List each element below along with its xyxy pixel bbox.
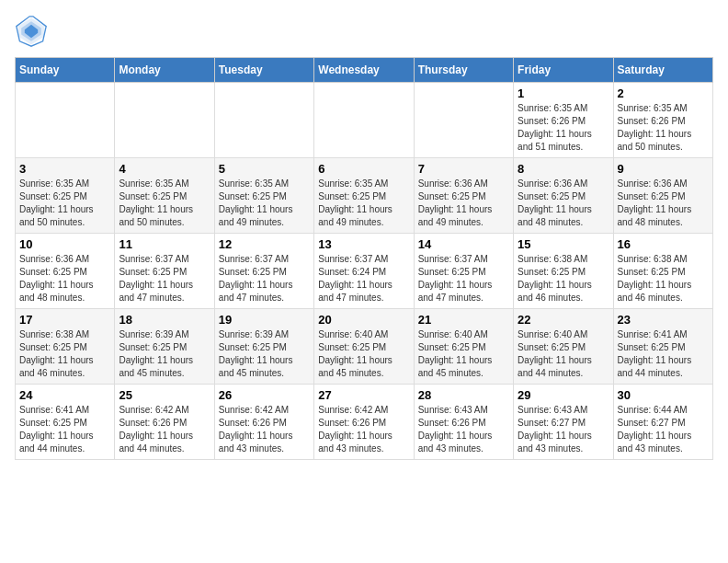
calendar-cell: 20Sunrise: 6:40 AMSunset: 6:25 PMDayligh… (314, 309, 414, 385)
day-info: Sunrise: 6:35 AMSunset: 6:25 PMDaylight:… (19, 178, 110, 229)
day-info: Sunrise: 6:41 AMSunset: 6:25 PMDaylight:… (618, 328, 709, 380)
day-info: Sunrise: 6:38 AMSunset: 6:25 PMDaylight:… (618, 253, 709, 304)
day-number: 18 (119, 313, 210, 327)
day-number: 24 (19, 388, 110, 402)
logo-icon (15, 15, 48, 48)
calendar-cell: 30Sunrise: 6:44 AMSunset: 6:27 PMDayligh… (613, 385, 712, 460)
calendar-cell: 26Sunrise: 6:42 AMSunset: 6:26 PMDayligh… (214, 385, 313, 460)
day-info: Sunrise: 6:35 AMSunset: 6:25 PMDaylight:… (119, 178, 210, 229)
day-number: 27 (318, 388, 409, 402)
day-number: 3 (19, 162, 110, 176)
calendar-cell: 17Sunrise: 6:38 AMSunset: 6:25 PMDayligh… (16, 309, 115, 385)
day-number: 20 (318, 313, 409, 327)
calendar-cell: 29Sunrise: 6:43 AMSunset: 6:27 PMDayligh… (514, 385, 613, 460)
logo (15, 15, 53, 48)
day-number: 28 (418, 388, 509, 402)
day-info: Sunrise: 6:37 AMSunset: 6:25 PMDaylight:… (119, 253, 210, 304)
day-info: Sunrise: 6:40 AMSunset: 6:25 PMDaylight:… (318, 328, 409, 380)
calendar-cell: 1Sunrise: 6:35 AMSunset: 6:26 PMDaylight… (514, 83, 613, 158)
day-info: Sunrise: 6:36 AMSunset: 6:25 PMDaylight:… (618, 178, 709, 229)
calendar-cell (115, 83, 214, 158)
calendar-cell: 10Sunrise: 6:36 AMSunset: 6:25 PMDayligh… (16, 234, 115, 309)
day-number: 15 (518, 237, 609, 251)
header-saturday: Saturday (613, 58, 712, 83)
calendar-header-row: SundayMondayTuesdayWednesdayThursdayFrid… (16, 58, 713, 83)
day-info: Sunrise: 6:37 AMSunset: 6:25 PMDaylight:… (219, 253, 310, 304)
header-monday: Monday (115, 58, 214, 83)
calendar-week-row: 17Sunrise: 6:38 AMSunset: 6:25 PMDayligh… (16, 309, 713, 385)
day-number: 12 (219, 237, 310, 251)
calendar-cell: 5Sunrise: 6:35 AMSunset: 6:25 PMDaylight… (214, 158, 313, 234)
calendar-week-row: 3Sunrise: 6:35 AMSunset: 6:25 PMDaylight… (16, 158, 713, 234)
calendar-cell: 28Sunrise: 6:43 AMSunset: 6:26 PMDayligh… (414, 385, 513, 460)
calendar-cell: 21Sunrise: 6:40 AMSunset: 6:25 PMDayligh… (414, 309, 513, 385)
calendar-week-row: 1Sunrise: 6:35 AMSunset: 6:26 PMDaylight… (16, 83, 713, 158)
day-number: 29 (518, 388, 609, 402)
day-info: Sunrise: 6:42 AMSunset: 6:26 PMDaylight:… (119, 404, 210, 455)
day-info: Sunrise: 6:40 AMSunset: 6:25 PMDaylight:… (518, 328, 609, 380)
day-info: Sunrise: 6:36 AMSunset: 6:25 PMDaylight:… (518, 178, 609, 229)
day-number: 19 (219, 313, 310, 327)
day-info: Sunrise: 6:37 AMSunset: 6:24 PMDaylight:… (318, 253, 409, 304)
day-number: 2 (618, 86, 709, 100)
day-info: Sunrise: 6:43 AMSunset: 6:26 PMDaylight:… (418, 404, 509, 455)
calendar-cell (214, 83, 313, 158)
day-info: Sunrise: 6:38 AMSunset: 6:25 PMDaylight:… (19, 328, 110, 380)
day-info: Sunrise: 6:39 AMSunset: 6:25 PMDaylight:… (219, 328, 310, 380)
calendar-cell: 11Sunrise: 6:37 AMSunset: 6:25 PMDayligh… (115, 234, 214, 309)
day-number: 16 (618, 237, 709, 251)
header-thursday: Thursday (414, 58, 513, 83)
day-number: 30 (618, 388, 709, 402)
calendar-cell: 9Sunrise: 6:36 AMSunset: 6:25 PMDaylight… (613, 158, 712, 234)
calendar-cell: 14Sunrise: 6:37 AMSunset: 6:25 PMDayligh… (414, 234, 513, 309)
calendar-cell: 24Sunrise: 6:41 AMSunset: 6:25 PMDayligh… (16, 385, 115, 460)
day-info: Sunrise: 6:35 AMSunset: 6:26 PMDaylight:… (618, 102, 709, 154)
day-number: 6 (318, 162, 409, 176)
day-number: 8 (518, 162, 609, 176)
day-info: Sunrise: 6:43 AMSunset: 6:27 PMDaylight:… (518, 404, 609, 455)
day-number: 1 (518, 86, 609, 100)
calendar-cell: 8Sunrise: 6:36 AMSunset: 6:25 PMDaylight… (514, 158, 613, 234)
calendar-cell: 27Sunrise: 6:42 AMSunset: 6:26 PMDayligh… (314, 385, 414, 460)
calendar-cell: 4Sunrise: 6:35 AMSunset: 6:25 PMDaylight… (115, 158, 214, 234)
day-number: 4 (119, 162, 210, 176)
calendar-cell: 19Sunrise: 6:39 AMSunset: 6:25 PMDayligh… (214, 309, 313, 385)
calendar-week-row: 24Sunrise: 6:41 AMSunset: 6:25 PMDayligh… (16, 385, 713, 460)
calendar-cell: 6Sunrise: 6:35 AMSunset: 6:25 PMDaylight… (314, 158, 414, 234)
day-info: Sunrise: 6:42 AMSunset: 6:26 PMDaylight:… (219, 404, 310, 455)
calendar-week-row: 10Sunrise: 6:36 AMSunset: 6:25 PMDayligh… (16, 234, 713, 309)
header-tuesday: Tuesday (214, 58, 313, 83)
day-number: 11 (119, 237, 210, 251)
day-info: Sunrise: 6:39 AMSunset: 6:25 PMDaylight:… (119, 328, 210, 380)
day-info: Sunrise: 6:35 AMSunset: 6:26 PMDaylight:… (518, 102, 609, 154)
day-info: Sunrise: 6:42 AMSunset: 6:26 PMDaylight:… (318, 404, 409, 455)
calendar-cell: 2Sunrise: 6:35 AMSunset: 6:26 PMDaylight… (613, 83, 712, 158)
day-number: 26 (219, 388, 310, 402)
day-info: Sunrise: 6:41 AMSunset: 6:25 PMDaylight:… (19, 404, 110, 455)
header-sunday: Sunday (16, 58, 115, 83)
day-number: 22 (518, 313, 609, 327)
calendar-cell (414, 83, 513, 158)
header-friday: Friday (514, 58, 613, 83)
day-info: Sunrise: 6:36 AMSunset: 6:25 PMDaylight:… (418, 178, 509, 229)
calendar-cell: 12Sunrise: 6:37 AMSunset: 6:25 PMDayligh… (214, 234, 313, 309)
calendar-cell: 22Sunrise: 6:40 AMSunset: 6:25 PMDayligh… (514, 309, 613, 385)
day-info: Sunrise: 6:44 AMSunset: 6:27 PMDaylight:… (618, 404, 709, 455)
day-number: 14 (418, 237, 509, 251)
calendar-table: SundayMondayTuesdayWednesdayThursdayFrid… (15, 57, 713, 460)
calendar-cell: 18Sunrise: 6:39 AMSunset: 6:25 PMDayligh… (115, 309, 214, 385)
day-number: 25 (119, 388, 210, 402)
calendar-cell (16, 83, 115, 158)
calendar-cell: 25Sunrise: 6:42 AMSunset: 6:26 PMDayligh… (115, 385, 214, 460)
page-header (15, 15, 713, 48)
day-info: Sunrise: 6:36 AMSunset: 6:25 PMDaylight:… (19, 253, 110, 304)
day-number: 7 (418, 162, 509, 176)
day-number: 9 (618, 162, 709, 176)
calendar-cell: 13Sunrise: 6:37 AMSunset: 6:24 PMDayligh… (314, 234, 414, 309)
calendar-cell: 15Sunrise: 6:38 AMSunset: 6:25 PMDayligh… (514, 234, 613, 309)
day-number: 13 (318, 237, 409, 251)
calendar-cell: 16Sunrise: 6:38 AMSunset: 6:25 PMDayligh… (613, 234, 712, 309)
calendar-cell: 7Sunrise: 6:36 AMSunset: 6:25 PMDaylight… (414, 158, 513, 234)
day-info: Sunrise: 6:35 AMSunset: 6:25 PMDaylight:… (318, 178, 409, 229)
calendar-cell: 23Sunrise: 6:41 AMSunset: 6:25 PMDayligh… (613, 309, 712, 385)
